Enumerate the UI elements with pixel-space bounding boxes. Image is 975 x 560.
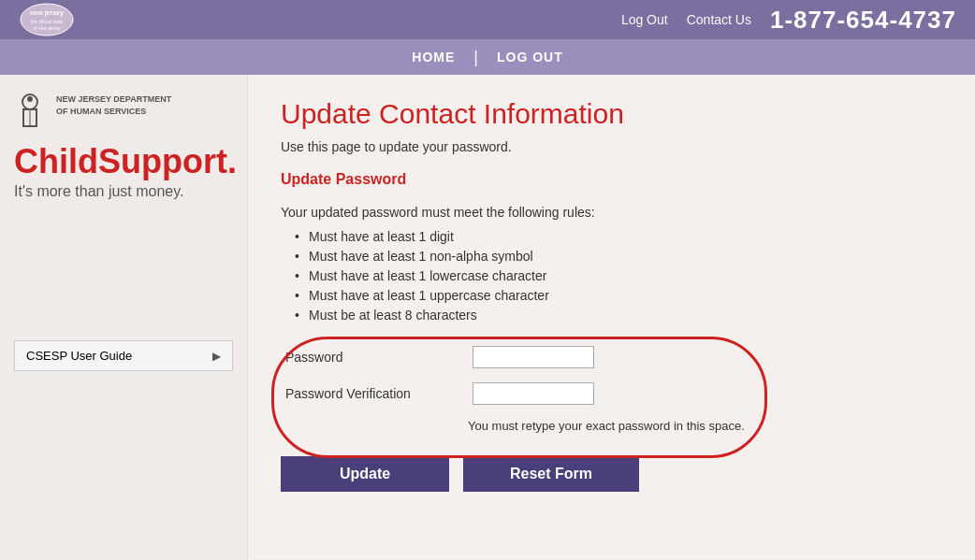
- password-row: Password: [281, 346, 942, 368]
- password-rules-list: Must have at least 1 digit Must have at …: [295, 229, 942, 323]
- rule-lowercase: Must have at least 1 lowercase character: [295, 268, 942, 283]
- brand-subtitle: It's more than just money.: [14, 183, 233, 200]
- top-header: new jersey the official state of new jer…: [0, 0, 975, 39]
- chevron-right-icon: ▶: [212, 350, 221, 363]
- page-description: Use this page to update your password.: [281, 139, 942, 154]
- brand-title: ChildSupport.: [14, 145, 233, 179]
- nav-bar: HOME | LOG OUT: [0, 39, 975, 75]
- sidebar-logo-area: NEW JERSEY DEPARTMENT OF HUMAN SERVICES: [14, 89, 233, 131]
- header-right-area: Log Out Contact Us 1-877-654-4737: [621, 6, 956, 35]
- rule-digit: Must have at least 1 digit: [295, 229, 942, 244]
- header-logo-area: new jersey the official state of new jer…: [19, 2, 75, 37]
- nav-home[interactable]: HOME: [393, 50, 473, 65]
- brand-prefix: Child: [14, 142, 98, 180]
- dept-text: NEW JERSEY DEPARTMENT OF HUMAN SERVICES: [56, 89, 171, 117]
- nj-logo-icon: new jersey the official state of new jer…: [19, 2, 75, 37]
- page-title: Update Contact Information: [281, 98, 942, 130]
- button-row: Update Reset Form: [281, 456, 942, 492]
- sidebar: NEW JERSEY DEPARTMENT OF HUMAN SERVICES …: [0, 75, 248, 559]
- svg-text:the official state: the official state: [31, 19, 64, 24]
- main-container: NEW JERSEY DEPARTMENT OF HUMAN SERVICES …: [0, 75, 975, 559]
- logout-link[interactable]: Log Out: [621, 12, 668, 27]
- rule-length: Must be at least 8 characters: [295, 308, 942, 323]
- password-verify-label: Password Verification: [285, 386, 473, 401]
- svg-point-5: [27, 96, 33, 102]
- csesp-menu-label: CSESP User Guide: [26, 349, 132, 363]
- csesp-user-guide-menu[interactable]: CSESP User Guide ▶: [14, 340, 233, 371]
- phone-number: 1-877-654-4737: [770, 6, 956, 35]
- dept-icon: [14, 89, 47, 131]
- password-input[interactable]: [473, 346, 594, 368]
- password-verify-input[interactable]: [473, 382, 594, 405]
- rule-uppercase: Must have at least 1 uppercase character: [295, 288, 942, 303]
- password-label: Password: [285, 350, 473, 365]
- svg-text:of new jersey: of new jersey: [33, 25, 61, 31]
- rules-intro: Your updated password must meet the foll…: [281, 205, 942, 220]
- svg-text:new jersey: new jersey: [30, 9, 64, 17]
- rule-nonalpha: Must have at least 1 non-alpha symbol: [295, 249, 942, 264]
- password-note: You must retype your exact password in t…: [468, 419, 942, 433]
- content-area: Update Contact Information Use this page…: [248, 75, 975, 559]
- brand-suffix: Support.: [98, 142, 237, 180]
- section-title: Update Password: [281, 171, 942, 188]
- nav-logout[interactable]: LOG OUT: [478, 50, 582, 65]
- reset-form-button[interactable]: Reset Form: [463, 456, 639, 492]
- password-form-section: Password Password Verification You must …: [281, 346, 942, 433]
- password-verify-row: Password Verification: [281, 382, 942, 405]
- update-button[interactable]: Update: [281, 456, 449, 492]
- contact-link[interactable]: Contact Us: [687, 12, 751, 27]
